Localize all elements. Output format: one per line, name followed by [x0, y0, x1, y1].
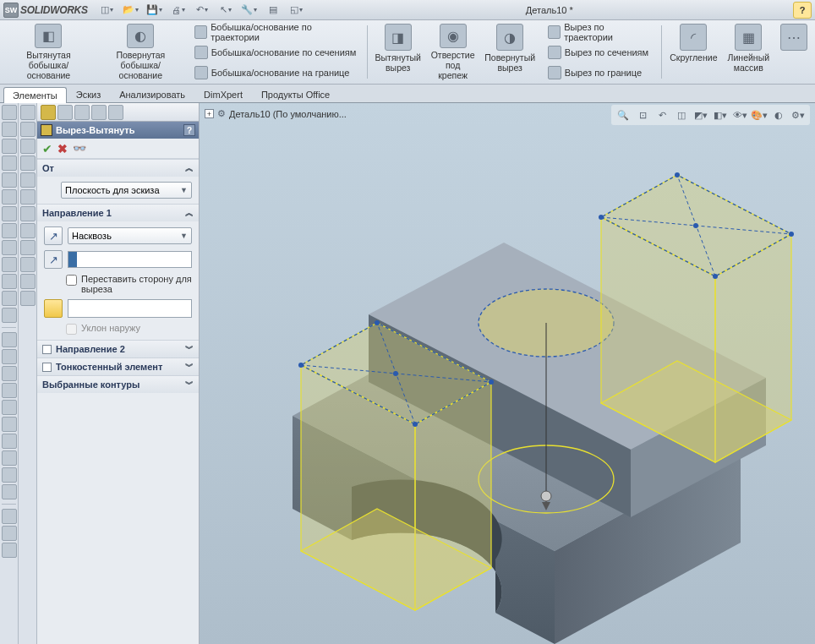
lt2-icon-11[interactable] [20, 274, 36, 289]
graphics-viewport[interactable]: + ⚙ Деталь10 (По умолчанию... 🔍 ⊡ ↶ ◫ ◩▾… [200, 103, 815, 644]
screen-capture-button[interactable]: ◱ [287, 2, 306, 19]
lt2-icon-12[interactable] [20, 291, 36, 306]
extruded-boss-button[interactable]: ◧ Вытянутая бобышка/основание [3, 22, 94, 82]
revolved-boss-button[interactable]: ◐ Повернутая бобышка/основание [96, 22, 186, 82]
lt1-icon-10[interactable] [2, 257, 17, 272]
lt2-icon-8[interactable] [20, 223, 36, 238]
swept-boss-button[interactable]: Бобышка/основание по траектории [191, 23, 360, 41]
lt1-icon-9[interactable] [2, 240, 17, 255]
panel-tab-5[interactable] [108, 105, 123, 120]
hole-wizard-button[interactable]: ◉ Отверстие под крепеж [427, 22, 479, 82]
fillet-button[interactable]: ◜ Скругление [665, 22, 721, 82]
lt1-icon-15[interactable] [2, 349, 17, 364]
lt1-icon-26[interactable] [2, 543, 17, 558]
contours-section-header[interactable]: Выбранные контуры ︾ [37, 376, 199, 393]
lt2-icon-5[interactable] [20, 172, 36, 188]
lt1-icon-21[interactable] [2, 450, 17, 466]
open-doc-button[interactable]: 📂 [122, 2, 140, 19]
tab-sketch[interactable]: Эскиз [67, 86, 110, 102]
lt2-icon-10[interactable] [20, 257, 36, 272]
expand-icon[interactable]: ︾ [185, 379, 194, 390]
lt1-icon-18[interactable] [2, 400, 17, 415]
lt1-icon-8[interactable] [2, 223, 17, 238]
lt1-icon-12[interactable] [2, 291, 17, 306]
select-button[interactable]: ↖ [216, 2, 235, 19]
lt2-icon-9[interactable] [20, 240, 36, 255]
end-condition-combo[interactable]: Насквозь ▼ [68, 227, 192, 244]
lt1-icon-13[interactable] [2, 308, 17, 323]
panel-tab-1[interactable] [41, 105, 56, 120]
lt1-icon-19[interactable] [2, 417, 17, 432]
more-button[interactable]: ⋯ [775, 22, 812, 82]
rebuild-button[interactable]: 🔧 [240, 2, 259, 19]
help-button[interactable]: ? [793, 2, 812, 19]
lt1-icon-20[interactable] [2, 434, 17, 449]
boundary-cut-button[interactable]: Вырез по границе [544, 63, 655, 82]
new-doc-button[interactable]: ◫ [98, 2, 117, 19]
tab-evaluate[interactable]: Анализировать [110, 86, 194, 102]
lt2-icon-4[interactable] [20, 156, 36, 171]
lt1-icon-22[interactable] [2, 467, 17, 483]
thin-section-header[interactable]: Тонкостенный элемент ︾ [37, 358, 199, 375]
prop-help-button[interactable]: ? [183, 124, 195, 136]
lt1-icon-24[interactable] [2, 509, 17, 524]
draft-outward-checkbox[interactable]: Уклон наружу [66, 323, 192, 335]
depth-input[interactable] [68, 251, 192, 268]
reverse-direction-button[interactable]: ↗ [44, 226, 63, 245]
lt2-icon-7[interactable] [20, 206, 36, 221]
flip-side-input[interactable] [66, 275, 77, 286]
from-section-header[interactable]: От ︽ [37, 160, 199, 177]
tab-features[interactable]: Элементы [3, 87, 67, 103]
lt1-icon-3[interactable] [2, 139, 17, 154]
lt1-icon-1[interactable] [2, 105, 17, 120]
lt1-icon-25[interactable] [2, 526, 17, 541]
extruded-cut-button[interactable]: ◨ Вытянутый вырез [371, 22, 425, 82]
dir2-section-header[interactable]: Направление 2 ︾ [37, 341, 199, 357]
lt1-icon-16[interactable] [2, 366, 17, 381]
tab-dimxpert[interactable]: DimXpert [194, 86, 252, 102]
lt1-icon-2[interactable] [2, 122, 17, 137]
lt1-icon-5[interactable] [2, 172, 17, 188]
cancel-button[interactable]: ✖ [57, 142, 68, 156]
collapse-icon[interactable]: ︽ [185, 162, 194, 174]
lt1-icon-11[interactable] [2, 274, 17, 289]
save-button[interactable]: 💾 [145, 2, 164, 19]
lt1-icon-23[interactable] [2, 484, 17, 499]
lt1-icon-6[interactable] [2, 189, 17, 205]
lt2-icon-6[interactable] [20, 189, 36, 205]
draft-button[interactable] [44, 299, 63, 318]
undo-button[interactable]: ↶ [193, 2, 211, 19]
lofted-boss-button[interactable]: Бобышка/основание по сечениям [191, 43, 360, 62]
lofted-cut-button[interactable]: Вырез по сечениям [544, 43, 655, 62]
flip-side-checkbox[interactable]: Переставить сторону для выреза [66, 274, 192, 294]
dir1-section-header[interactable]: Направление 1 ︽ [37, 205, 199, 221]
print-button[interactable]: 🖨 [169, 2, 188, 19]
model-view[interactable] [200, 103, 815, 644]
draft-selection[interactable] [68, 299, 192, 318]
tab-office[interactable]: Продукты Office [252, 86, 339, 102]
swept-cut-button[interactable]: Вырез по траектории [544, 23, 655, 41]
panel-tab-3[interactable] [74, 105, 90, 120]
ok-button[interactable]: ✔ [42, 142, 52, 156]
panel-tab-2[interactable] [57, 105, 73, 120]
lt2-icon-1[interactable] [20, 105, 36, 120]
revolved-cut-button[interactable]: ◑ Повернутый вырез [481, 22, 539, 82]
collapse-icon[interactable]: ︽ [185, 207, 194, 219]
from-plane-combo[interactable]: Плоскость для эскиза ▼ [61, 182, 192, 199]
lt1-icon-7[interactable] [2, 206, 17, 221]
dir2-checkbox[interactable] [42, 345, 52, 354]
options-button[interactable]: ▤ [264, 2, 282, 19]
lt1-icon-17[interactable] [2, 383, 17, 398]
expand-icon[interactable]: ︾ [185, 343, 194, 355]
lt1-icon-14[interactable] [2, 332, 17, 347]
preview-button[interactable]: 👓 [73, 142, 86, 155]
boundary-boss-button[interactable]: Бобышка/основание на границе [191, 63, 360, 82]
panel-tab-4[interactable] [91, 105, 107, 120]
lt2-icon-3[interactable] [20, 139, 36, 154]
lt1-icon-4[interactable] [2, 156, 17, 171]
thin-checkbox[interactable] [42, 363, 52, 372]
direction-vector-button[interactable]: ↗ [44, 250, 63, 269]
linear-pattern-button[interactable]: ▦ Линейный массив [723, 22, 774, 82]
expand-icon[interactable]: ︾ [185, 361, 194, 373]
lt2-icon-2[interactable] [20, 122, 36, 137]
